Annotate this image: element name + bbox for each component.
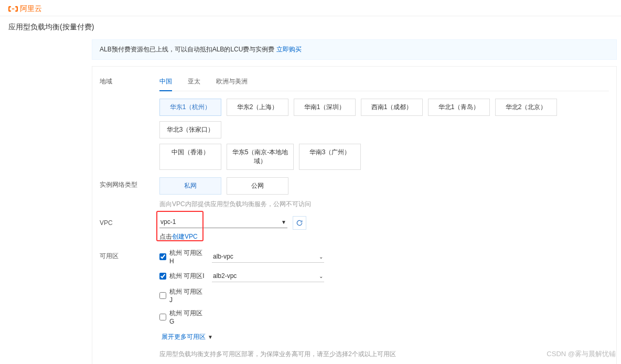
refresh-icon [296,219,303,227]
region-shanghai[interactable]: 华东2（上海） [227,99,288,116]
tab-china[interactable]: 中国 [159,74,172,91]
brand-text: 阿里云 [20,4,42,14]
region-hongkong[interactable]: 中国（香港） [159,144,221,170]
caret-down-icon: ▼ [208,334,213,340]
brand-logo[interactable]: 阿里云 [8,4,613,14]
zone-vswitch-h[interactable]: alb-vpc ⌄ [212,251,324,263]
network-private[interactable]: 私网 [159,177,221,195]
label-vpc: VPC [100,216,159,227]
chevron-down-icon: ⌄ [319,273,323,279]
aliyun-logo-icon [8,5,18,13]
region-beijing[interactable]: 华北2（北京） [495,99,557,116]
region-zhangjiakou[interactable]: 华北3（张家口） [159,121,221,138]
tab-apac[interactable]: 亚太 [188,74,200,91]
notice-text: ALB预付费资源包已上线，可以自动抵扣ALB的LCU费与实例费 [100,46,276,53]
zone-check-j[interactable]: 杭州 可用区J [159,287,205,304]
region-guangzhou[interactable]: 华南3（广州） [299,144,361,170]
create-vpc-link[interactable]: 创建VPC [172,233,198,240]
network-public[interactable]: 公网 [227,177,288,195]
region-chengdu[interactable]: 西南1（成都） [361,99,423,116]
top-header: 阿里云 [0,0,621,16]
region-hangzhou[interactable]: 华东1（杭州） [159,99,221,116]
notice-banner: ALB预付费资源包已上线，可以自动抵扣ALB的LCU费与实例费 立即购买 [92,39,617,60]
expand-zones-link[interactable]: 展开更多可用区 ▼ [162,333,213,341]
notice-link[interactable]: 立即购买 [276,46,302,53]
zone-hint: 应用型负载均衡支持多可用区部署，为保障业务高可用，请至少选择2个或以上可用区 [159,350,609,359]
chevron-down-icon: ⌄ [319,254,323,260]
label-network-type: 实例网络类型 [100,177,159,189]
region-nanjing[interactable]: 华东5（南京-本地地域） [227,144,294,170]
zone-check-g[interactable]: 杭州 可用区G [159,309,205,325]
region-qingdao[interactable]: 华北1（青岛） [428,99,490,116]
vpc-create-prefix: 点击 [159,233,172,240]
config-panel-basic: 地域 中国 亚太 欧洲与美洲 华东1（杭州） 华东2（上海） 华南1（深圳） 西… [92,66,617,364]
label-zone: 可用区 [100,249,159,261]
network-hint: 面向VPC内部提供应用型负载均衡服务，公网不可访问 [159,200,609,209]
zone-check-h[interactable]: 杭州 可用区H [159,249,205,265]
region-shenzhen[interactable]: 华南1（深圳） [294,99,356,116]
label-region: 地域 [100,74,159,86]
zone-check-i[interactable]: 杭州 可用区I [159,272,205,281]
zone-vswitch-i[interactable]: alb2-vpc ⌄ [212,270,324,282]
refresh-button[interactable] [293,216,306,230]
caret-down-icon: ▼ [281,219,286,225]
region-tabs: 中国 亚太 欧洲与美洲 [159,74,609,91]
watermark: CSDN @雾与晨解忧铺 [547,349,616,359]
vpc-value: vpc-1 [160,218,176,226]
page-title: 应用型负载均衡(按量付费) [0,16,621,39]
tab-eu-america[interactable]: 欧洲与美洲 [216,74,248,91]
vpc-select[interactable]: vpc-1 ▼ [159,216,287,228]
